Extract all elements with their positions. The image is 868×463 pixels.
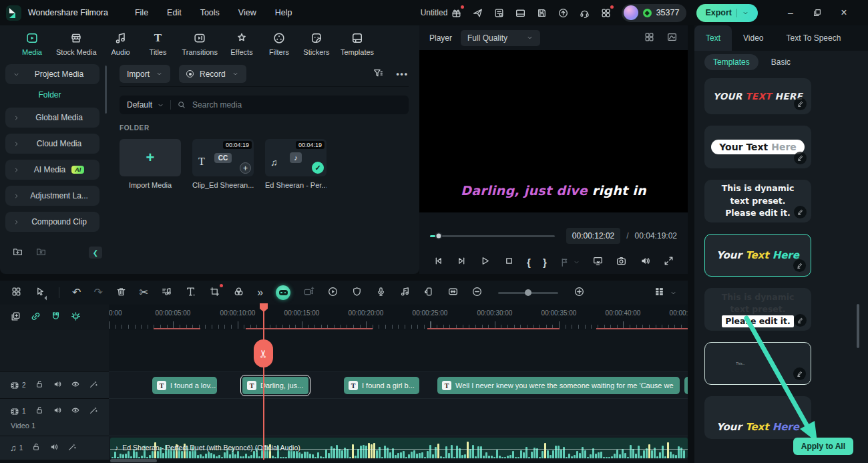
search-input[interactable] bbox=[192, 100, 312, 110]
new-folder-icon[interactable] bbox=[12, 246, 23, 259]
crop-tool-icon[interactable] bbox=[209, 286, 220, 299]
menu-edit[interactable]: Edit bbox=[158, 0, 191, 25]
subtitle-clip[interactable]: T I found a lov... bbox=[152, 377, 217, 394]
subtitle-clip-card[interactable]: T CC 00:04:19 + Clip_Ed Sheeran... bbox=[192, 139, 254, 189]
cut-at-playhead-button[interactable]: ✂ bbox=[254, 339, 273, 367]
sidebar-item-ai-media[interactable]: AI Media AI bbox=[5, 160, 99, 180]
audio-clip-card[interactable]: ♫ ♪ 00:04:19 ✓ Ed Sheeran - Per... bbox=[265, 139, 327, 189]
text-template-card[interactable]: Your Text Here bbox=[704, 396, 811, 439]
undo-icon[interactable]: ↶ bbox=[72, 287, 81, 298]
delete-icon[interactable] bbox=[116, 286, 127, 299]
collapse-sidebar-button[interactable]: ❮ bbox=[89, 247, 102, 259]
voiceover-icon[interactable] bbox=[375, 286, 387, 299]
snapshot-icon[interactable] bbox=[616, 255, 627, 269]
import-button[interactable]: Import bbox=[120, 65, 170, 83]
render-preview-icon[interactable] bbox=[559, 257, 580, 268]
beat-detect-icon[interactable] bbox=[161, 286, 172, 299]
tab-video[interactable]: Video bbox=[732, 25, 775, 51]
track-wand-icon[interactable] bbox=[89, 379, 98, 391]
zoom-in-icon[interactable] bbox=[574, 286, 585, 299]
tab-stock-media[interactable]: Stock Media bbox=[52, 31, 101, 56]
gift-icon[interactable] bbox=[451, 7, 462, 19]
text-template-card[interactable]: This is dynamic text preset. Please edit… bbox=[704, 288, 811, 331]
playhead[interactable]: ✂ bbox=[263, 305, 264, 460]
add-to-timeline-icon[interactable]: + bbox=[240, 162, 251, 174]
text-template-card[interactable]: This is dynamic text preset. Please edit… bbox=[704, 180, 811, 222]
sidebar-item-compound-clip[interactable]: Compound Clip bbox=[5, 212, 99, 232]
subtab-basic[interactable]: Basic bbox=[771, 57, 791, 67]
mark-out-icon[interactable]: } bbox=[543, 257, 547, 268]
text-template-card-selected[interactable]: Your Text Here bbox=[704, 234, 811, 277]
sort-dropdown[interactable]: Default bbox=[127, 100, 164, 110]
snap-magnet-icon[interactable] bbox=[50, 311, 61, 324]
timeline-ruler[interactable]: 00:00:00 00:00:05:00 00:00:10:00 00:00:1… bbox=[109, 305, 688, 330]
text-template-card[interactable]: This... bbox=[704, 342, 811, 385]
edit-icon[interactable] bbox=[794, 206, 807, 218]
preview-screen[interactable]: Darling, just dive right in bbox=[419, 50, 688, 212]
sidebar-item-folder[interactable]: Folder bbox=[0, 90, 99, 100]
edit-icon[interactable] bbox=[794, 98, 807, 110]
color-match-icon[interactable] bbox=[233, 286, 244, 299]
edit-icon[interactable] bbox=[794, 314, 807, 327]
lock-icon[interactable] bbox=[31, 442, 41, 454]
apps-grid-icon[interactable] bbox=[600, 7, 612, 19]
auto-ripple-icon[interactable] bbox=[70, 311, 81, 324]
tab-audio[interactable]: Audio bbox=[103, 31, 138, 56]
tab-text-to-speech[interactable]: Text To Speech bbox=[775, 25, 853, 51]
text-tool-icon[interactable] bbox=[185, 286, 196, 299]
import-plus-icon[interactable]: + bbox=[120, 139, 181, 176]
add-track-icon[interactable] bbox=[10, 311, 21, 324]
visibility-icon[interactable] bbox=[71, 406, 80, 417]
speed-ramp-icon[interactable] bbox=[303, 286, 314, 299]
tab-media[interactable]: Media bbox=[15, 31, 49, 56]
text-template-card[interactable]: YOUR TEXT HERE bbox=[704, 78, 811, 114]
panel-scrollbar[interactable] bbox=[857, 304, 859, 348]
sidebar-item-cloud-media[interactable]: Cloud Media bbox=[5, 134, 99, 154]
fullscreen-icon[interactable] bbox=[663, 255, 674, 269]
stop-button[interactable] bbox=[503, 255, 515, 269]
link-clips-icon[interactable] bbox=[30, 311, 41, 324]
render-queue-icon[interactable] bbox=[493, 7, 505, 19]
sidebar-item-project-media[interactable]: Project Media bbox=[5, 64, 99, 84]
zoom-knob[interactable] bbox=[525, 289, 531, 296]
tab-stickers[interactable]: Stickers bbox=[299, 31, 334, 56]
tab-filters[interactable]: Filters bbox=[262, 31, 296, 56]
subtab-templates[interactable]: Templates bbox=[704, 54, 758, 70]
menu-help[interactable]: Help bbox=[266, 0, 302, 25]
volume-icon[interactable] bbox=[640, 255, 651, 269]
track-wand-icon[interactable] bbox=[89, 406, 98, 417]
menu-tools[interactable]: Tools bbox=[191, 0, 229, 25]
preview-render-icon[interactable] bbox=[327, 286, 339, 299]
subtitle-clip[interactable]: T I found a girl b... bbox=[344, 377, 419, 394]
quality-dropdown[interactable]: Full Quality bbox=[461, 30, 540, 46]
multi-view-icon[interactable] bbox=[644, 31, 655, 45]
lock-icon[interactable] bbox=[35, 379, 44, 391]
text-template-card[interactable]: Your Text Here bbox=[704, 126, 811, 168]
export-button[interactable]: Export bbox=[696, 4, 758, 22]
more-tools-icon[interactable]: » bbox=[257, 287, 263, 298]
tab-titles[interactable]: TTitles bbox=[141, 31, 176, 56]
lock-icon[interactable] bbox=[35, 406, 44, 417]
share-icon[interactable] bbox=[472, 7, 483, 19]
record-button[interactable]: Record bbox=[179, 65, 246, 83]
close-button[interactable]: × bbox=[831, 0, 857, 25]
zoom-out-icon[interactable] bbox=[471, 286, 483, 299]
scopes-icon[interactable] bbox=[666, 31, 678, 45]
save-icon[interactable] bbox=[536, 7, 548, 19]
timeline-zoom-slider[interactable] bbox=[498, 292, 558, 294]
maximize-button[interactable] bbox=[804, 0, 831, 25]
fit-timeline-icon[interactable] bbox=[447, 286, 459, 299]
previous-frame-button[interactable] bbox=[433, 255, 444, 269]
subtitle-clip[interactable]: T Well I never knew you were the someone… bbox=[437, 377, 680, 394]
track-wand-icon[interactable] bbox=[67, 442, 77, 454]
more-options-icon[interactable]: ••• bbox=[396, 69, 409, 79]
audio-stretch-icon[interactable] bbox=[399, 286, 411, 299]
import-media-card[interactable]: + Import Media bbox=[120, 139, 181, 189]
mute-icon[interactable] bbox=[49, 442, 59, 454]
mute-icon[interactable] bbox=[53, 379, 62, 391]
layout-icon[interactable] bbox=[515, 7, 526, 19]
audio-clip[interactable]: ♪ Ed Sheeran - Perfect Duet (with Beyonc… bbox=[110, 438, 688, 458]
auto-reframe-icon[interactable] bbox=[423, 286, 435, 299]
redo-icon[interactable]: ↷ bbox=[93, 287, 102, 298]
tab-transitions[interactable]: Transitions bbox=[178, 31, 222, 56]
